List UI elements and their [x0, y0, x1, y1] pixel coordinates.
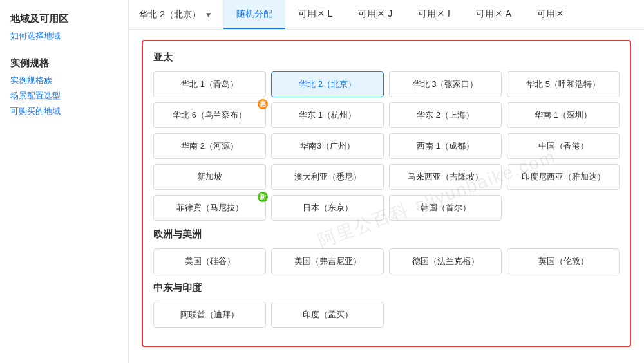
sidebar-link-purchasable-regions[interactable]: 可购买的地域: [10, 106, 118, 117]
region-cell-huabei5[interactable]: 华北 5（呼和浩特）: [507, 71, 620, 97]
region-cell-india[interactable]: 印度（孟买）: [271, 302, 384, 328]
region-cell-malaysia[interactable]: 马来西亚（吉隆坡）: [389, 164, 502, 190]
region-selector[interactable]: 华北 2（北京） ▼: [129, 0, 223, 29]
region-cell-huabei3[interactable]: 华北 3（张家口）: [389, 71, 502, 97]
region-cell-china-hk[interactable]: 中国（香港）: [507, 133, 620, 159]
sidebar-title-instance: 实例规格: [10, 57, 118, 70]
region-cell-huabei2[interactable]: 华北 2（北京）: [271, 71, 384, 97]
region-cell-japan[interactable]: 日本（东京）: [271, 195, 384, 221]
tab-zone-j[interactable]: 可用区 J: [345, 0, 405, 29]
region-cell-korea[interactable]: 韩国（首尔）: [389, 195, 502, 221]
region-cell-huadong1[interactable]: 华东 1（杭州）: [271, 102, 384, 128]
region-cell-indonesia[interactable]: 印度尼西亚（雅加达）: [507, 164, 620, 190]
chevron-down-icon: ▼: [205, 10, 213, 19]
badge-hui: 惠: [258, 99, 268, 109]
sidebar-title-region: 地域及可用区: [10, 13, 118, 25]
page-container: 地域及可用区 如何选择地域 实例规格 实例规格族 场景配置选型 可购买的地域 华…: [0, 0, 644, 363]
region-cell-huanan3[interactable]: 华南3（广州）: [271, 133, 384, 159]
tab-bar: 华北 2（北京） ▼ 随机分配 可用区 L 可用区 J 可用区 I 可用区 A …: [129, 0, 644, 30]
region-cell-huanan1[interactable]: 华南 1（深圳）: [507, 102, 620, 128]
region-cell-singapore[interactable]: 新加坡: [153, 164, 266, 190]
sidebar-link-how-to-select[interactable]: 如何选择地域: [10, 30, 118, 42]
region-cell-uae[interactable]: 阿联酋（迪拜）: [153, 302, 266, 328]
region-cell-huadong2[interactable]: 华东 2（上海）: [389, 102, 502, 128]
region-cell-huabei1[interactable]: 华北 1（青岛）: [153, 71, 266, 97]
tab-zone-l[interactable]: 可用区 L: [285, 0, 346, 29]
middle-east-title: 中东与印度: [153, 282, 620, 294]
region-cell-philippines[interactable]: 菲律宾（马尼拉） 新: [153, 195, 266, 221]
middle-east-grid: 阿联酋（迪拜） 印度（孟买）: [153, 302, 620, 328]
europe-title: 欧洲与美洲: [153, 228, 620, 241]
europe-grid: 美国（硅谷） 美国（弗吉尼亚） 德国（法兰克福） 英国（伦敦）: [153, 248, 620, 274]
asia-title: 亚太: [153, 51, 620, 64]
tab-zone-i[interactable]: 可用区 I: [405, 0, 463, 29]
main-content: 华北 2（北京） ▼ 随机分配 可用区 L 可用区 J 可用区 I 可用区 A …: [129, 0, 644, 363]
tab-random[interactable]: 随机分配: [223, 0, 285, 29]
region-cell-australia[interactable]: 澳大利亚（悉尼）: [271, 164, 384, 190]
asia-grid: 华北 1（青岛） 华北 2（北京） 华北 3（张家口） 华北 5（呼和浩特） 华…: [153, 71, 620, 221]
region-cell-huanan2[interactable]: 华南 2（河源）: [153, 133, 266, 159]
region-content: 阿里公百科 aliyunbaike.com 亚太 华北 1（青岛） 华北 2（北…: [129, 30, 644, 363]
region-cell-germany[interactable]: 德国（法兰克福）: [389, 248, 502, 274]
region-cell-uk[interactable]: 英国（伦敦）: [507, 248, 620, 274]
region-cell-usa-va[interactable]: 美国（弗吉尼亚）: [271, 248, 384, 274]
sidebar-link-scene-config[interactable]: 场景配置选型: [10, 90, 118, 102]
region-box: 亚太 华北 1（青岛） 华北 2（北京） 华北 3（张家口） 华北 5（呼和浩特…: [142, 40, 631, 347]
region-selector-label: 华北 2（北京）: [139, 9, 201, 21]
region-cell-huabei6[interactable]: 华北 6（乌兰察布） 惠: [153, 102, 266, 128]
badge-new: 新: [258, 192, 268, 202]
region-cell-xina1[interactable]: 西南 1（成都）: [389, 133, 502, 159]
tab-zone-a[interactable]: 可用区 A: [463, 0, 524, 29]
sidebar-link-instance-family[interactable]: 实例规格族: [10, 75, 118, 86]
region-cell-usa-sv[interactable]: 美国（硅谷）: [153, 248, 266, 274]
sidebar: 地域及可用区 如何选择地域 实例规格 实例规格族 场景配置选型 可购买的地域: [0, 0, 129, 363]
tab-zone-more[interactable]: 可用区: [524, 0, 577, 29]
